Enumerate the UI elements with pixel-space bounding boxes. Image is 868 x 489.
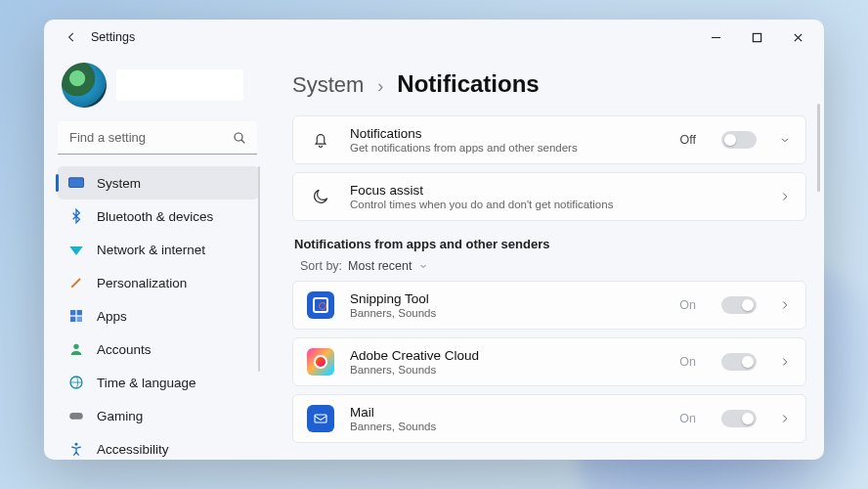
- app-toggle[interactable]: [721, 296, 757, 314]
- svg-rect-7: [77, 317, 82, 322]
- app-name: Mail: [350, 405, 664, 420]
- search-icon: [232, 130, 247, 146]
- moon-icon: [307, 187, 334, 206]
- main-scrollbar[interactable]: [817, 104, 820, 192]
- app-notification-row[interactable]: Adobe Creative Cloud Banners, Sounds On: [292, 337, 806, 386]
- chevron-right-icon[interactable]: [778, 298, 792, 312]
- settings-window: Settings System: [44, 20, 824, 460]
- sidebar-item-personalization[interactable]: Personalization: [58, 266, 259, 299]
- avatar: [62, 63, 107, 108]
- svg-point-1: [235, 133, 242, 141]
- toggle-state-label: On: [679, 355, 696, 369]
- sort-label: Sort by:: [300, 259, 342, 273]
- sidebar-item-time[interactable]: Time & language: [58, 366, 259, 399]
- breadcrumb-parent[interactable]: System: [292, 72, 364, 98]
- svg-rect-12: [315, 415, 326, 422]
- profile-block[interactable]: [58, 55, 261, 121]
- sidebar: System Bluetooth & devices Network & int…: [44, 55, 269, 460]
- svg-point-11: [75, 443, 78, 446]
- search-input[interactable]: [58, 121, 257, 155]
- chevron-right-icon[interactable]: [778, 355, 792, 369]
- titlebar: Settings: [44, 20, 824, 55]
- sort-value: Most recent: [348, 259, 412, 273]
- snipping-tool-icon: [307, 291, 334, 319]
- app-notification-row[interactable]: Snipping Tool Banners, Sounds On: [292, 281, 806, 330]
- mail-icon: [307, 405, 334, 432]
- sidebar-item-label: Network & internet: [97, 243, 205, 257]
- apps-icon: [67, 307, 85, 325]
- sidebar-item-label: Gaming: [97, 409, 143, 423]
- sidebar-item-label: Accessibility: [97, 442, 169, 457]
- person-icon: [67, 340, 85, 358]
- back-button[interactable]: [58, 23, 85, 51]
- app-toggle[interactable]: [721, 353, 757, 371]
- minimize-button[interactable]: [695, 22, 736, 52]
- toggle-state-label: On: [679, 298, 696, 312]
- system-icon: [67, 174, 85, 192]
- app-detail: Banners, Sounds: [350, 307, 664, 319]
- toggle-state-label: Off: [680, 133, 696, 147]
- section-title: Notifications from apps and other sender…: [294, 237, 806, 251]
- chevron-right-icon[interactable]: [778, 190, 792, 203]
- sidebar-item-label: Time & language: [97, 376, 196, 390]
- creative-cloud-icon: [307, 348, 334, 376]
- sidebar-item-bluetooth[interactable]: Bluetooth & devices: [58, 200, 259, 233]
- app-detail: Banners, Sounds: [350, 364, 664, 376]
- main-content: System › Notifications Notifications Get…: [269, 55, 824, 460]
- svg-rect-6: [70, 317, 75, 322]
- svg-point-8: [73, 344, 78, 349]
- notifications-toggle[interactable]: [721, 131, 757, 149]
- sidebar-item-accounts[interactable]: Accounts: [58, 333, 259, 366]
- gaming-icon: [67, 407, 85, 424]
- app-name: Snipping Tool: [350, 291, 664, 306]
- profile-name: [116, 69, 243, 101]
- toggle-state-label: On: [679, 412, 696, 425]
- expand-chevron-icon[interactable]: [778, 133, 792, 147]
- sort-control[interactable]: Sort by: Most recent: [300, 259, 806, 273]
- sidebar-item-label: System: [97, 176, 141, 191]
- svg-rect-5: [77, 310, 82, 315]
- app-detail: Banners, Sounds: [350, 421, 664, 432]
- chevron-down-icon: [417, 260, 429, 272]
- wifi-icon: [67, 241, 85, 258]
- focus-assist-card[interactable]: Focus assist Control times when you do a…: [292, 172, 806, 221]
- sidebar-item-network[interactable]: Network & internet: [58, 233, 259, 266]
- sidebar-scrollbar[interactable]: [258, 166, 260, 372]
- svg-rect-0: [753, 33, 760, 41]
- svg-rect-10: [69, 413, 83, 420]
- card-title: Focus assist: [350, 183, 762, 198]
- sidebar-item-apps[interactable]: Apps: [58, 299, 259, 333]
- app-notification-row[interactable]: Mail Banners, Sounds On: [292, 394, 806, 443]
- breadcrumb: System › Notifications: [292, 70, 806, 98]
- card-title: Notifications: [350, 126, 665, 141]
- card-subtitle: Get notifications from apps and other se…: [350, 142, 665, 154]
- card-subtitle: Control times when you do and don't get …: [350, 199, 762, 210]
- sidebar-item-accessibility[interactable]: Accessibility: [58, 432, 259, 460]
- maximize-button[interactable]: [736, 22, 777, 52]
- sidebar-item-label: Apps: [97, 309, 127, 324]
- notifications-card[interactable]: Notifications Get notifications from app…: [292, 115, 806, 164]
- chevron-right-icon: ›: [377, 76, 383, 97]
- sidebar-item-label: Bluetooth & devices: [97, 209, 213, 224]
- page-title: Notifications: [397, 70, 539, 98]
- globe-clock-icon: [67, 374, 85, 391]
- svg-rect-4: [70, 310, 75, 315]
- sidebar-item-label: Personalization: [97, 276, 187, 290]
- app-name: Adobe Creative Cloud: [350, 348, 664, 363]
- app-toggle[interactable]: [721, 410, 757, 427]
- svg-rect-2: [69, 178, 84, 188]
- sidebar-item-gaming[interactable]: Gaming: [58, 399, 259, 432]
- sidebar-item-system[interactable]: System: [58, 166, 259, 200]
- nav-list: System Bluetooth & devices Network & int…: [58, 166, 259, 460]
- app-title: Settings: [91, 30, 135, 44]
- search-box[interactable]: [58, 121, 257, 155]
- bell-icon: [307, 130, 334, 150]
- close-button[interactable]: [777, 22, 818, 52]
- sidebar-item-label: Accounts: [97, 342, 152, 357]
- accessibility-icon: [67, 440, 85, 458]
- bluetooth-icon: [67, 207, 85, 225]
- paintbrush-icon: [67, 274, 85, 291]
- chevron-right-icon[interactable]: [778, 412, 792, 425]
